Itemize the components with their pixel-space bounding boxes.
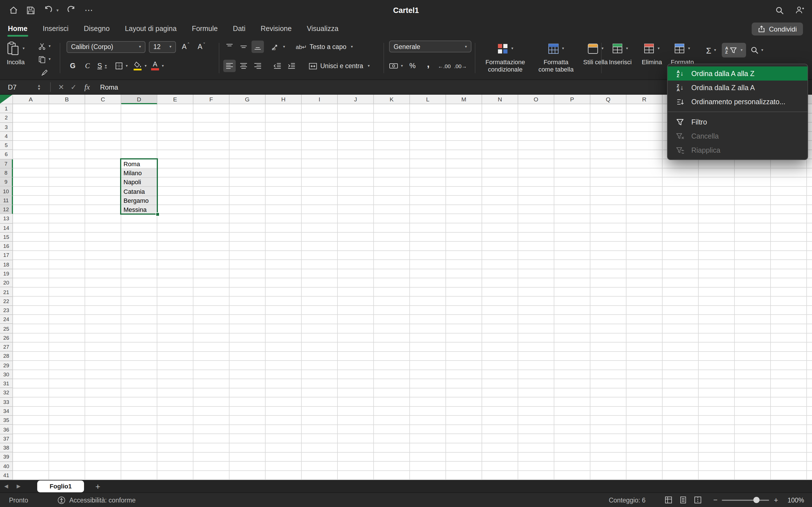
zoom-in-button[interactable]: + xyxy=(774,496,778,504)
zoom-slider-knob[interactable] xyxy=(754,497,760,503)
delete-cells-button[interactable]: ▾ Elimina xyxy=(638,40,665,66)
row-header-39[interactable]: 39 xyxy=(0,453,13,462)
row-header-32[interactable]: 32 xyxy=(0,388,13,398)
row-header-8[interactable]: 8 xyxy=(0,168,13,178)
zoom-slider[interactable] xyxy=(722,499,769,501)
percent-style-button[interactable]: % xyxy=(406,60,419,72)
sheet-nav-prev-icon[interactable]: ◀ xyxy=(0,483,12,489)
column-header-J[interactable]: J xyxy=(338,95,374,104)
row-header-14[interactable]: 14 xyxy=(0,223,13,233)
row-header-25[interactable]: 25 xyxy=(0,324,13,334)
tab-revisione[interactable]: Revisione xyxy=(261,20,292,37)
save-icon[interactable] xyxy=(27,6,35,14)
undo-chevron-icon[interactable]: ▾ xyxy=(56,8,59,13)
zoom-out-button[interactable]: − xyxy=(713,496,718,504)
row-header-26[interactable]: 26 xyxy=(0,334,13,343)
fill-handle[interactable] xyxy=(156,212,160,216)
decrease-decimal-button[interactable]: .00→ xyxy=(454,60,467,72)
format-painter-button[interactable] xyxy=(38,66,51,78)
sheet-tab-foglio1[interactable]: Foglio1 xyxy=(37,480,84,492)
row-header-34[interactable]: 34 xyxy=(0,407,13,416)
share-user-icon[interactable] xyxy=(795,6,804,15)
column-header-L[interactable]: L xyxy=(410,95,446,104)
align-middle-icon[interactable] xyxy=(238,41,250,53)
insert-function-icon[interactable]: fx xyxy=(80,82,94,92)
column-header-E[interactable]: E xyxy=(157,95,193,104)
select-all-corner[interactable] xyxy=(0,95,13,104)
formula-bar-content[interactable]: Roma xyxy=(100,83,118,91)
row-header-10[interactable]: 10 xyxy=(0,187,13,196)
conditional-formatting-button[interactable]: ▾ Formattazione condizionale xyxy=(478,40,532,73)
tab-visualizza[interactable]: Visualizza xyxy=(307,20,338,37)
row-header-24[interactable]: 24 xyxy=(0,315,13,324)
row-header-17[interactable]: 17 xyxy=(0,251,13,260)
find-select-button[interactable]: ▾ xyxy=(751,44,763,56)
align-right-icon[interactable] xyxy=(252,60,264,72)
row-header-21[interactable]: 21 xyxy=(0,288,13,297)
add-sheet-button[interactable]: + xyxy=(95,482,100,491)
cell-area[interactable]: RomaMilanoNapoliCataniaBergamoMessina xyxy=(13,104,812,480)
share-button[interactable]: Condividi xyxy=(751,22,803,36)
row-header-3[interactable]: 3 xyxy=(0,122,13,132)
undo-icon[interactable] xyxy=(43,6,52,15)
merge-center-button[interactable]: Unisci e centra ▾ xyxy=(308,60,370,72)
decrease-font-button[interactable]: Aˇ xyxy=(195,41,207,53)
row-header-36[interactable]: 36 xyxy=(0,425,13,434)
row-header-5[interactable]: 5 xyxy=(0,141,13,150)
paste-button[interactable]: ▾ Incolla xyxy=(7,40,25,66)
align-left-icon[interactable] xyxy=(223,60,236,72)
decrease-indent-icon[interactable] xyxy=(271,60,284,72)
menu-item-ordina-dalla-a-alla-z[interactable]: AZ↓Ordina dalla A alla Z xyxy=(668,66,808,80)
confirm-entry-icon[interactable]: ✓ xyxy=(67,83,80,91)
tab-layout-di-pagina[interactable]: Layout di pagina xyxy=(125,20,177,37)
row-header-13[interactable]: 13 xyxy=(0,214,13,223)
autosum-button[interactable]: Σ ▾ xyxy=(705,44,717,56)
page-layout-view-icon[interactable] xyxy=(679,496,687,504)
column-header-K[interactable]: K xyxy=(374,95,410,104)
align-center-icon[interactable] xyxy=(238,60,250,72)
more-commands-icon[interactable]: ⋯ xyxy=(85,5,94,15)
column-header-A[interactable]: A xyxy=(13,95,49,104)
column-header-R[interactable]: R xyxy=(626,95,663,104)
fill-color-button[interactable]: ▾ xyxy=(133,60,147,72)
font-name-select[interactable]: Calibri (Corpo)▾ xyxy=(66,41,146,53)
increase-font-button[interactable]: Aˆ xyxy=(179,41,192,53)
format-cells-button[interactable]: ▾ Formato xyxy=(669,40,696,66)
normal-view-icon[interactable] xyxy=(665,496,672,504)
row-header-18[interactable]: 18 xyxy=(0,260,13,269)
column-header-P[interactable]: P xyxy=(554,95,591,104)
row-header-40[interactable]: 40 xyxy=(0,462,13,471)
sheet-nav-next-icon[interactable]: ▶ xyxy=(12,483,25,489)
tab-dati[interactable]: Dati xyxy=(233,20,245,37)
bold-button[interactable]: G xyxy=(66,60,79,72)
borders-button[interactable]: ▾ xyxy=(115,60,128,72)
column-header-H[interactable]: H xyxy=(266,95,302,104)
row-header-15[interactable]: 15 xyxy=(0,233,13,242)
tab-home[interactable]: Home xyxy=(8,20,28,37)
home-icon[interactable] xyxy=(9,6,18,15)
row-header-4[interactable]: 4 xyxy=(0,132,13,141)
name-box-stepper[interactable]: ▲▼ xyxy=(37,84,41,90)
column-header-B[interactable]: B xyxy=(49,95,85,104)
increase-decimal-button[interactable]: ←.00 xyxy=(438,60,451,72)
menu-item-ordina-dalla-z-alla-a[interactable]: ZA↓Ordina dalla Z alla A xyxy=(668,80,808,95)
row-header-35[interactable]: 35 xyxy=(0,416,13,425)
row-header-37[interactable]: 37 xyxy=(0,434,13,443)
search-icon[interactable] xyxy=(775,6,784,14)
sort-filter-button[interactable]: AZ ▾ xyxy=(722,43,746,57)
column-header-N[interactable]: N xyxy=(482,95,518,104)
tab-formule[interactable]: Formule xyxy=(192,20,218,37)
row-header-1[interactable]: 1 xyxy=(0,104,13,114)
row-header-38[interactable]: 38 xyxy=(0,443,13,453)
number-format-select[interactable]: Generale▾ xyxy=(389,41,471,52)
column-header-G[interactable]: G xyxy=(230,95,266,104)
format-as-table-button[interactable]: ▾ Formatta come tabella xyxy=(535,40,577,73)
row-header-12[interactable]: 12 xyxy=(0,205,13,214)
row-header-30[interactable]: 30 xyxy=(0,370,13,379)
italic-button[interactable]: C xyxy=(81,60,94,72)
row-header-23[interactable]: 23 xyxy=(0,306,13,315)
menu-item-filtro[interactable]: Filtro xyxy=(668,115,808,129)
column-header-I[interactable]: I xyxy=(302,95,338,104)
zoom-level[interactable]: 100% xyxy=(783,497,804,503)
tab-inserisci[interactable]: Inserisci xyxy=(43,20,68,37)
